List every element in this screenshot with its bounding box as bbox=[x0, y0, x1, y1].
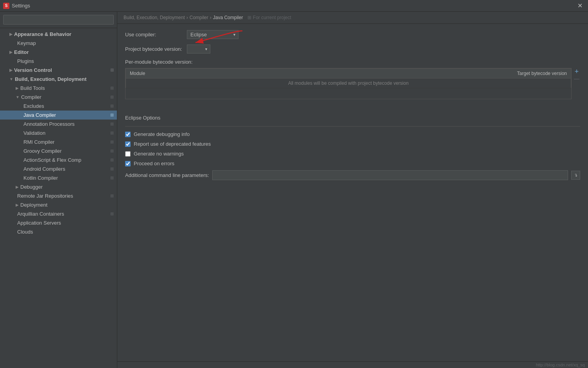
sidebar-item-label: Compiler bbox=[21, 94, 41, 100]
sidebar-item-keymap[interactable]: Keymap bbox=[0, 39, 117, 48]
arrow-icon: ▶ bbox=[16, 86, 19, 90]
copy-icon: ⊞ bbox=[110, 211, 114, 216]
sidebar-item-label: ActionScript & Flex Comp bbox=[23, 157, 81, 163]
sidebar-item-excludes[interactable]: Excludes ⊞ bbox=[0, 102, 117, 111]
copy-icon: ⊞ bbox=[110, 157, 114, 163]
sidebar-item-label: Groovy Compiler bbox=[23, 148, 62, 154]
sidebar-item-android-compilers[interactable]: Android Compilers ⊞ bbox=[0, 164, 117, 173]
copy-icon: ⊞ bbox=[110, 148, 114, 154]
search-input[interactable] bbox=[3, 15, 114, 25]
sidebar-item-label: Java Compiler bbox=[23, 112, 56, 118]
copy-icon: ⊞ bbox=[110, 193, 114, 198]
sidebar-item-validation[interactable]: Validation ⊞ bbox=[0, 129, 117, 138]
table-wrapper: Module Target bytecode version All modul… bbox=[125, 68, 580, 107]
table-side-buttons: + — bbox=[573, 68, 580, 82]
copy-icon: ⊞ bbox=[110, 175, 114, 180]
window-title: Settings bbox=[12, 3, 30, 9]
sidebar-item-label: Build Tools bbox=[20, 85, 45, 91]
sidebar-item-java-compiler[interactable]: Java Compiler ⊞ bbox=[0, 111, 117, 120]
checkbox-proceed-errors: Proceed on errors bbox=[125, 161, 580, 166]
cmd-label: Additional command line parameters: bbox=[125, 172, 209, 178]
sidebar-item-label: Appearance & Behavior bbox=[14, 31, 72, 37]
sidebar-item-rmi-compiler[interactable]: RMI Compiler ⊞ bbox=[0, 138, 117, 146]
sidebar-item-annotation-processors[interactable]: Annotation Processors ⊞ bbox=[0, 120, 117, 129]
project-bytecode-label: Project bytecode version: bbox=[125, 46, 184, 52]
scrollbar-handle[interactable]: — bbox=[573, 75, 580, 82]
sidebar-item-arquillian[interactable]: Arquillian Containers ⊞ bbox=[0, 209, 117, 218]
cmd-input[interactable] bbox=[212, 170, 568, 180]
table-empty-msg: All modules will be compiled with projec… bbox=[126, 79, 571, 88]
checkbox-no-warnings: Generate no warnings bbox=[125, 151, 580, 157]
compiler-select-wrapper: Eclipse Javac Javac in-process bbox=[187, 30, 238, 39]
content-area: Build, Execution, Deployment › Compiler … bbox=[117, 12, 588, 368]
arrow-icon: ▶ bbox=[9, 50, 13, 54]
cmd-expand-button[interactable]: ↴ bbox=[571, 171, 580, 180]
sidebar: ▶ Appearance & Behavior Keymap ▶ Editor … bbox=[0, 12, 117, 368]
sidebar-item-label: Android Compilers bbox=[23, 166, 65, 172]
sidebar-tree: ▶ Appearance & Behavior Keymap ▶ Editor … bbox=[0, 28, 117, 368]
add-module-button[interactable]: + bbox=[573, 68, 580, 75]
sidebar-item-application-servers[interactable]: Application Servers bbox=[0, 218, 117, 227]
sidebar-item-clouds[interactable]: Clouds bbox=[0, 227, 117, 236]
main-layout: ▶ Appearance & Behavior Keymap ▶ Editor … bbox=[0, 12, 588, 368]
sidebar-item-appearance[interactable]: ▶ Appearance & Behavior bbox=[0, 30, 117, 39]
sidebar-item-groovy-compiler[interactable]: Groovy Compiler ⊞ bbox=[0, 146, 117, 155]
sidebar-item-debugger[interactable]: ▶ Debugger bbox=[0, 182, 117, 191]
copy-icon: ⊞ bbox=[110, 95, 114, 100]
sidebar-item-remote-jar[interactable]: Remote Jar Repositories ⊞ bbox=[0, 191, 117, 200]
deprecated-checkbox[interactable] bbox=[125, 141, 131, 147]
copy-icon: ⊞ bbox=[110, 86, 114, 91]
use-compiler-label: Use compiler: bbox=[125, 32, 184, 38]
sidebar-item-build-execution[interactable]: ▼ Build, Execution, Deployment bbox=[0, 75, 117, 84]
gen-debug-label: Generate debugging info bbox=[134, 131, 190, 137]
sidebar-item-editor[interactable]: ▶ Editor bbox=[0, 48, 117, 57]
compiler-select[interactable]: Eclipse Javac Javac in-process bbox=[187, 30, 238, 39]
checkbox-gen-debug: Generate debugging info bbox=[125, 131, 580, 137]
sidebar-item-label: Editor bbox=[14, 49, 29, 55]
eclipse-options-header: Eclipse Options bbox=[125, 115, 580, 122]
no-warnings-label: Generate no warnings bbox=[134, 151, 184, 157]
app-icon: S bbox=[3, 3, 9, 9]
sidebar-item-deployment[interactable]: ▶ Deployment bbox=[0, 200, 117, 209]
sidebar-item-label: Kotlin Compiler bbox=[23, 175, 58, 181]
sidebar-item-label: Debugger bbox=[20, 184, 43, 190]
breadcrumb-sep2: › bbox=[210, 15, 212, 20]
sidebar-item-compiler[interactable]: ▼ Compiler ⊞ bbox=[0, 93, 117, 102]
copy-icon: ⊞ bbox=[110, 113, 114, 118]
use-compiler-section: Use compiler: Eclipse Javac Javac in-pro… bbox=[125, 30, 580, 39]
copy-icon: ⊞ bbox=[110, 121, 114, 127]
breadcrumb-sep1: › bbox=[186, 15, 188, 20]
sidebar-item-label: Build, Execution, Deployment bbox=[15, 76, 86, 82]
sidebar-item-build-tools[interactable]: ▶ Build Tools ⊞ bbox=[0, 84, 117, 93]
sidebar-item-plugins[interactable]: Plugins bbox=[0, 57, 117, 66]
breadcrumb-suffix: ⊞ For current project bbox=[247, 15, 291, 20]
checkbox-deprecated: Report use of deprecated features bbox=[125, 141, 580, 147]
gen-debug-checkbox[interactable] bbox=[125, 132, 131, 137]
breadcrumb-part2: Compiler bbox=[190, 15, 208, 20]
close-button[interactable]: ✕ bbox=[575, 1, 585, 10]
section-divider bbox=[125, 126, 580, 127]
sidebar-item-label: Remote Jar Repositories bbox=[17, 193, 73, 199]
copy-icon: ⊞ bbox=[110, 130, 114, 136]
proceed-errors-checkbox[interactable] bbox=[125, 161, 131, 166]
copy-icon: ⊞ bbox=[110, 166, 114, 171]
sidebar-item-version-control[interactable]: ▶ Version Control ⊞ bbox=[0, 66, 117, 75]
sidebar-item-label: Excludes bbox=[23, 103, 44, 109]
copy-icon: ⊞ bbox=[110, 139, 114, 145]
sidebar-item-kotlin-compiler[interactable]: Kotlin Compiler ⊞ bbox=[0, 173, 117, 182]
no-warnings-checkbox[interactable] bbox=[125, 151, 131, 157]
arrow-icon: ▶ bbox=[16, 203, 19, 207]
sidebar-item-label: Deployment bbox=[20, 202, 47, 208]
bytecode-select[interactable] bbox=[187, 45, 210, 54]
sidebar-item-label: Clouds bbox=[17, 229, 33, 235]
arrow-icon: ▼ bbox=[16, 95, 20, 99]
copy-icon: ⊞ bbox=[110, 68, 114, 73]
col-module: Module bbox=[126, 69, 254, 79]
sidebar-item-actionscript[interactable]: ActionScript & Flex Comp ⊞ bbox=[0, 155, 117, 164]
bytecode-select-wrapper bbox=[187, 45, 210, 54]
title-bar: S Settings ✕ bbox=[0, 0, 588, 12]
sidebar-item-label: Version Control bbox=[14, 67, 52, 73]
module-table-container: Module Target bytecode version All modul… bbox=[125, 68, 572, 99]
status-bar: http://blog.csdn.net/xq_sq bbox=[117, 361, 588, 368]
arrow-icon: ▼ bbox=[9, 77, 13, 81]
